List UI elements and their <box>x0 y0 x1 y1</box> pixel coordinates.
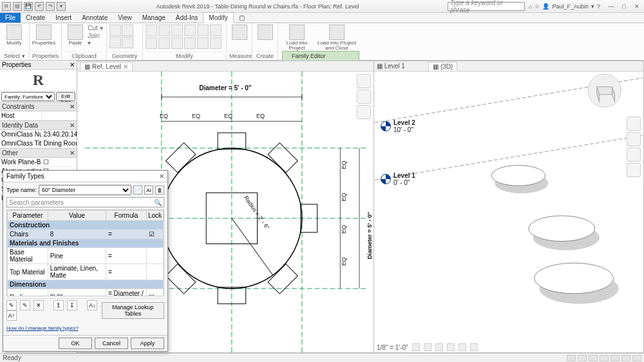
group-row-dimensions[interactable]: Dimensions <box>8 280 164 289</box>
manage-lookup-button[interactable]: Manage Lookup Tables <box>102 302 164 319</box>
mod-btn[interactable] <box>184 37 196 49</box>
group-other[interactable]: Other✕ <box>0 148 77 158</box>
pan-icon[interactable] <box>627 132 641 146</box>
prop-row[interactable]: OmniClass Num…23.40.20.14.17.11 <box>0 130 77 139</box>
help-icon[interactable]: ? <box>597 3 600 10</box>
signin-icon[interactable]: 👤 <box>542 3 549 10</box>
minimize-button[interactable]: — <box>605 2 617 11</box>
status-icon[interactable] <box>578 355 587 361</box>
dialog-titlebar[interactable]: Family Types ✕ <box>3 171 167 182</box>
group-row-materials[interactable]: Materials and Finishes <box>8 239 164 248</box>
col-parameter[interactable]: Parameter <box>8 211 48 221</box>
user-name[interactable]: Paul_F_Aubin <box>552 3 589 10</box>
moveup-icon[interactable]: ↥ <box>53 300 64 310</box>
col-lock[interactable]: Lock <box>146 211 163 221</box>
3d-canvas[interactable]: Level 210' - 0" Level 10' - 0" 1/8" = 1'… <box>374 71 643 352</box>
properties-button[interactable]: Properties <box>32 24 55 46</box>
group-row-construction[interactable]: Construction <box>8 221 164 230</box>
tab-file[interactable]: File <box>0 13 21 23</box>
mod-btn[interactable] <box>197 37 209 49</box>
redo-icon[interactable]: ↷ <box>46 2 55 11</box>
param-row[interactable]: Top MaterialLaminate, Linen, Matte= <box>8 264 164 280</box>
mod-btn[interactable] <box>158 24 170 36</box>
group-constraints[interactable]: Constraints✕ <box>0 102 77 111</box>
crop-icon[interactable] <box>459 343 466 351</box>
mod-btn[interactable] <box>210 24 222 36</box>
mod-btn[interactable] <box>184 24 196 36</box>
hide-icon[interactable] <box>470 343 478 351</box>
geom-btn-2[interactable] <box>122 24 133 36</box>
close-button[interactable]: ✕ <box>631 2 643 11</box>
geom-btn-3[interactable] <box>109 37 121 48</box>
tab-addins[interactable]: Add-Ins <box>171 13 203 23</box>
tab-modify[interactable]: Modify <box>203 12 233 23</box>
detail-level-icon[interactable] <box>412 343 420 351</box>
col-formula[interactable]: Formula <box>106 211 147 221</box>
star-icon[interactable]: ☆ <box>535 3 540 10</box>
cut-button[interactable]: Cut ▾ <box>88 24 104 32</box>
tab-create[interactable]: Create <box>21 13 50 23</box>
shadows-icon[interactable] <box>447 343 455 351</box>
new-type-icon[interactable]: 📄 <box>133 186 142 195</box>
cancel-button[interactable]: Cancel <box>95 338 128 349</box>
view-tab-level1[interactable]: ▦ Level 1 <box>377 62 405 70</box>
dialog-close-icon[interactable]: ✕ <box>159 173 164 180</box>
level-marker-1[interactable]: Level 10' - 0" <box>381 172 415 186</box>
mod-btn[interactable] <box>171 24 183 36</box>
rename-type-icon[interactable]: AI <box>144 186 153 195</box>
status-icon[interactable] <box>611 355 620 361</box>
revit-icon[interactable]: R <box>2 2 11 11</box>
mod-btn[interactable] <box>197 24 209 36</box>
help-link[interactable]: How do I manage family types? <box>6 324 164 332</box>
family-selector[interactable]: Family: Furniture <box>1 92 55 101</box>
geom-btn-1[interactable] <box>109 24 121 36</box>
param-row[interactable]: Radius2' 6"= Diameter / 2☑ <box>8 289 164 297</box>
open-icon[interactable]: ▤ <box>13 2 22 11</box>
ok-button[interactable]: OK <box>59 338 92 349</box>
view-tab-reflevel[interactable]: ▦ Ref. Level✕ <box>80 62 133 71</box>
tab-insert[interactable]: Insert <box>50 13 77 23</box>
scale-label[interactable]: 1/8" = 1'-0" <box>377 344 408 351</box>
apply-button[interactable]: Apply <box>131 338 164 349</box>
home-icon[interactable] <box>357 90 371 104</box>
modify-button[interactable]: Modify <box>3 24 26 46</box>
qat-more-icon[interactable]: ▾ <box>57 2 66 11</box>
tab-view[interactable]: View <box>113 13 137 23</box>
visual-style-icon[interactable] <box>424 343 431 351</box>
param-row-chairs[interactable]: Chairs8=☑ <box>8 230 164 239</box>
navwheel-icon[interactable] <box>357 74 371 88</box>
infocenter-icon[interactable]: ⌂ <box>529 3 532 10</box>
load-into-project-button[interactable]: Load into Project <box>281 24 313 51</box>
status-icon[interactable] <box>632 355 641 361</box>
paste-button[interactable]: Paste <box>64 24 86 46</box>
orbit-icon[interactable] <box>627 163 641 177</box>
mod-btn[interactable] <box>210 37 222 49</box>
status-icon[interactable] <box>621 355 630 361</box>
properties-close-icon[interactable]: ✕ <box>70 61 75 68</box>
measure-button[interactable] <box>229 24 249 41</box>
close-tab-icon[interactable]: ✕ <box>123 63 128 70</box>
status-icon[interactable] <box>589 355 598 361</box>
tab-annotate[interactable]: Annotate <box>77 13 113 23</box>
navwheel-icon[interactable] <box>627 117 641 131</box>
tab-manage[interactable]: Manage <box>137 13 171 23</box>
status-icon[interactable] <box>567 355 576 361</box>
search-parameters-input[interactable]: Search parameters🔍 <box>6 197 164 207</box>
zoom-icon[interactable] <box>627 148 641 162</box>
geom-btn-4[interactable] <box>122 37 133 48</box>
create-button[interactable] <box>255 24 275 41</box>
mod-btn[interactable] <box>146 24 157 36</box>
view-tab-3d[interactable]: ▦ {3D} <box>428 62 457 71</box>
status-icon[interactable] <box>600 355 609 361</box>
user-dropdown-icon[interactable]: ▾ <box>591 3 594 10</box>
join-button[interactable]: Join ▾ <box>88 32 104 46</box>
save-icon[interactable]: 💾 <box>24 2 33 11</box>
sort-desc-icon[interactable]: A↑ <box>6 310 17 321</box>
prop-row[interactable]: Host <box>0 111 77 120</box>
mod-btn[interactable] <box>171 37 183 49</box>
level-marker-2[interactable]: Level 210' - 0" <box>381 119 415 133</box>
prop-row[interactable]: Work Plane-Based☐ <box>0 158 77 167</box>
panel-label-select[interactable]: Select ▾ <box>3 52 26 60</box>
delete-param-icon[interactable]: ✕ <box>33 300 44 310</box>
modify-param-icon[interactable]: ✎ <box>20 300 30 310</box>
